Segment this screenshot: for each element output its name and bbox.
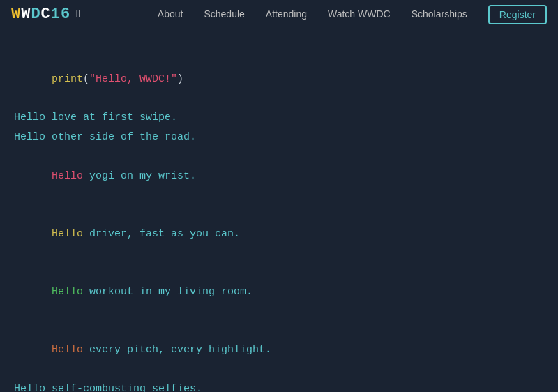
hello-word-5: Hello [52, 286, 83, 298]
paren-close: ) [177, 73, 183, 85]
nav-item-register[interactable]: Register [488, 5, 547, 24]
fn-name: print [52, 73, 83, 85]
code-block: print("Hello, WWDC!") Hello love at firs… [14, 50, 537, 392]
main-content: print("Hello, WWDC!") Hello love at firs… [0, 29, 558, 392]
logo-w1: W [11, 6, 21, 23]
logo-d: D [31, 6, 40, 23]
hello-line-1: Hello love at first swipe. [14, 108, 537, 128]
nav-item-about[interactable]: About [158, 8, 183, 21]
nav-item-scholarships[interactable]: Scholarships [412, 8, 467, 21]
apple-icon:  [76, 8, 83, 21]
hello-line-5: Hello workout in my living room. [14, 263, 537, 321]
logo: WWDC16  [11, 6, 83, 23]
paren-open: ( [83, 73, 89, 85]
nav-link-attending[interactable]: Attending [266, 8, 307, 20]
hello-line-7: Hello self-combusting selfies. [14, 379, 537, 392]
hello-line-2: Hello other side of the road. [14, 128, 537, 147]
navigation: WWDC16  About Schedule Attending Watch … [0, 0, 558, 29]
nav-item-watch[interactable]: Watch WWDC [328, 8, 391, 21]
hello-line-3: Hello yogi on my wrist. [14, 147, 537, 205]
hello-word-3: Hello [52, 170, 83, 182]
fn-arg: "Hello, WWDC!" [89, 73, 177, 85]
register-button[interactable]: Register [488, 5, 547, 24]
hello-word-6: Hello [52, 344, 83, 356]
nav-link-watch[interactable]: Watch WWDC [328, 8, 391, 20]
logo-w2: W [21, 6, 31, 23]
nav-item-schedule[interactable]: Schedule [204, 8, 244, 21]
nav-item-attending[interactable]: Attending [266, 8, 307, 21]
hello-line-4: Hello driver, fast as you can. [14, 205, 537, 263]
nav-link-about[interactable]: About [158, 8, 183, 20]
nav-link-scholarships[interactable]: Scholarships [412, 8, 467, 20]
hello-line-6: Hello every pitch, every highlight. [14, 322, 537, 379]
print-line: print("Hello, WWDC!") [14, 50, 537, 108]
nav-link-schedule[interactable]: Schedule [204, 8, 244, 20]
logo-c: C [41, 6, 51, 23]
hello-word-4: Hello [52, 228, 83, 240]
logo-16: 16 [51, 6, 70, 23]
nav-links: About Schedule Attending Watch WWDC Scho… [158, 5, 547, 24]
